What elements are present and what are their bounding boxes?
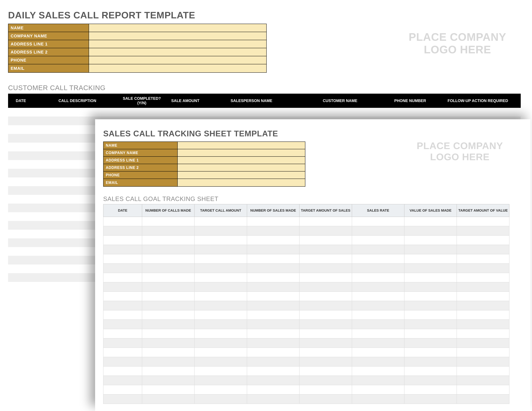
table-cell[interactable]	[299, 320, 352, 329]
table-cell[interactable]	[404, 245, 457, 254]
table-cell[interactable]	[103, 366, 142, 376]
table-cell[interactable]	[103, 394, 142, 404]
table-cell[interactable]	[103, 348, 142, 357]
table-row[interactable]	[103, 385, 509, 394]
table-cell[interactable]	[8, 186, 34, 195]
table-cell[interactable]	[352, 282, 404, 291]
table-cell[interactable]	[404, 273, 457, 282]
table-cell[interactable]	[247, 348, 299, 357]
table-cell[interactable]	[142, 282, 194, 291]
table-cell[interactable]	[142, 357, 194, 366]
table-cell[interactable]	[142, 320, 194, 329]
table-cell[interactable]	[194, 376, 247, 385]
table-cell[interactable]	[247, 394, 299, 404]
table-row[interactable]	[103, 282, 509, 291]
table-cell[interactable]	[8, 264, 34, 273]
table-cell[interactable]	[457, 338, 509, 348]
table-cell[interactable]	[103, 376, 142, 385]
table-cell[interactable]	[142, 366, 194, 376]
table-row[interactable]	[103, 263, 509, 273]
table-cell[interactable]	[34, 108, 121, 117]
table-cell[interactable]	[352, 263, 404, 273]
value-name[interactable]	[178, 142, 305, 149]
table-cell[interactable]	[299, 235, 352, 245]
table-cell[interactable]	[457, 366, 509, 376]
table-cell[interactable]	[194, 226, 247, 235]
table-row[interactable]	[103, 273, 509, 282]
table-cell[interactable]	[247, 376, 299, 385]
table-cell[interactable]	[194, 385, 247, 394]
value-company[interactable]	[89, 32, 266, 40]
table-cell[interactable]	[404, 226, 457, 235]
table-cell[interactable]	[457, 273, 509, 282]
value-email[interactable]	[89, 64, 266, 72]
table-cell[interactable]	[142, 245, 194, 254]
table-row[interactable]	[103, 338, 509, 348]
table-cell[interactable]	[404, 329, 457, 338]
table-cell[interactable]	[299, 245, 352, 254]
value-addr2[interactable]	[178, 164, 305, 171]
table-cell[interactable]	[404, 348, 457, 357]
table-cell[interactable]	[247, 301, 299, 310]
table-cell[interactable]	[352, 338, 404, 348]
table-cell[interactable]	[142, 329, 194, 338]
table-cell[interactable]	[121, 108, 163, 117]
table-cell[interactable]	[299, 310, 352, 320]
table-cell[interactable]	[194, 348, 247, 357]
table-cell[interactable]	[352, 320, 404, 329]
table-cell[interactable]	[194, 366, 247, 376]
table-cell[interactable]	[247, 385, 299, 394]
table-cell[interactable]	[352, 329, 404, 338]
table-cell[interactable]	[247, 338, 299, 348]
table-row[interactable]	[103, 320, 509, 329]
table-cell[interactable]	[247, 310, 299, 320]
table-cell[interactable]	[299, 217, 352, 226]
table-cell[interactable]	[8, 177, 34, 186]
table-cell[interactable]	[8, 247, 34, 256]
table-row[interactable]	[103, 394, 509, 404]
table-cell[interactable]	[142, 226, 194, 235]
table-cell[interactable]	[142, 301, 194, 310]
table-cell[interactable]	[103, 338, 142, 348]
table-cell[interactable]	[352, 217, 404, 226]
table-cell[interactable]	[457, 310, 509, 320]
table-cell[interactable]	[163, 108, 208, 117]
table-cell[interactable]	[103, 217, 142, 226]
table-cell[interactable]	[247, 329, 299, 338]
table-cell[interactable]	[457, 217, 509, 226]
value-phone[interactable]	[178, 171, 305, 178]
table-cell[interactable]	[404, 338, 457, 348]
table-row[interactable]	[103, 329, 509, 338]
table-cell[interactable]	[8, 230, 34, 238]
table-cell[interactable]	[103, 357, 142, 366]
table-row[interactable]	[103, 376, 509, 385]
table-cell[interactable]	[457, 357, 509, 366]
table-cell[interactable]	[404, 385, 457, 394]
table-cell[interactable]	[103, 245, 142, 254]
table-cell[interactable]	[142, 235, 194, 245]
table-cell[interactable]	[299, 366, 352, 376]
table-row[interactable]	[103, 291, 509, 301]
table-cell[interactable]	[457, 320, 509, 329]
table-cell[interactable]	[8, 204, 34, 212]
table-row[interactable]	[103, 357, 509, 366]
table-cell[interactable]	[8, 212, 34, 221]
table-cell[interactable]	[142, 263, 194, 273]
table-cell[interactable]	[457, 385, 509, 394]
table-row[interactable]	[103, 217, 509, 226]
table-cell[interactable]	[208, 108, 295, 117]
table-row[interactable]	[103, 226, 509, 235]
table-cell[interactable]	[247, 320, 299, 329]
table-cell[interactable]	[404, 320, 457, 329]
table-cell[interactable]	[194, 282, 247, 291]
table-cell[interactable]	[457, 282, 509, 291]
table-cell[interactable]	[457, 254, 509, 263]
table-cell[interactable]	[299, 254, 352, 263]
table-cell[interactable]	[299, 338, 352, 348]
table-cell[interactable]	[142, 310, 194, 320]
table-cell[interactable]	[103, 263, 142, 273]
table-cell[interactable]	[142, 217, 194, 226]
value-name[interactable]	[89, 24, 266, 32]
table-cell[interactable]	[404, 217, 457, 226]
table-cell[interactable]	[8, 151, 34, 160]
